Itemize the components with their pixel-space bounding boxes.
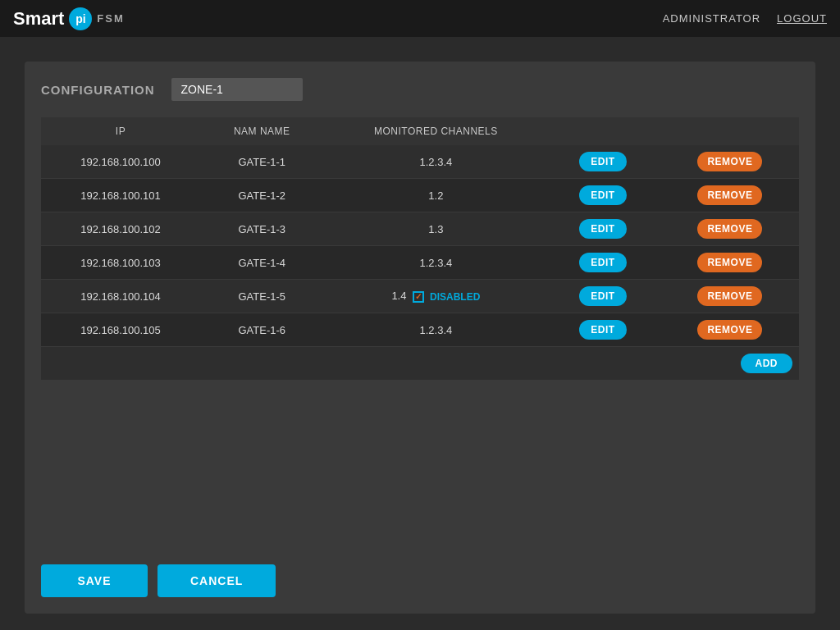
remove-button[interactable]: REMOVE (697, 185, 762, 205)
cell-channels: 1.2 (324, 179, 549, 212)
col-monitored-channels: MONITORED CHANNELS (324, 117, 549, 145)
disabled-checkbox-icon: ✓ (413, 291, 424, 303)
cell-channels: 1.4 ✓ DISABLED (324, 280, 549, 313)
cell-nam-name: GATE-1-4 (200, 246, 324, 280)
config-header-row: CONFIGURATION (41, 78, 799, 101)
table-row: 192.168.100.105GATE-1-61.2.3.4EDITREMOVE (41, 313, 799, 347)
cell-ip: 192.168.100.104 (41, 280, 200, 313)
data-table: IP NAM NAME MONITORED CHANNELS 192.168.1… (41, 117, 799, 381)
logo-pi-icon: pi (69, 7, 92, 30)
edit-button[interactable]: EDIT (579, 253, 626, 272)
bottom-buttons: SAVE CANCEL (41, 548, 799, 597)
table-row: 192.168.100.104GATE-1-51.4 ✓ DISABLEDEDI… (41, 280, 799, 313)
table-body: 192.168.100.100GATE-1-11.2.3.4EDITREMOVE… (41, 145, 799, 381)
config-card: CONFIGURATION IP NAM NAME MONITORED CHAN… (25, 62, 815, 614)
main-content: CONFIGURATION IP NAM NAME MONITORED CHAN… (0, 37, 840, 630)
cell-channels: 1.2.3.4 (324, 246, 549, 280)
disabled-badge: ✓ DISABLED (413, 291, 481, 303)
zone-input[interactable] (171, 78, 303, 101)
logout-link[interactable]: LOGOUT (777, 12, 827, 25)
cell-nam-name: GATE-1-5 (200, 280, 324, 313)
logo-smart-text: Smart (13, 8, 64, 30)
cell-nam-name: GATE-1-3 (200, 212, 324, 246)
edit-button[interactable]: EDIT (579, 152, 626, 171)
logo-area: Smart pi FSM (13, 7, 125, 30)
cancel-button[interactable]: CANCEL (158, 564, 276, 597)
remove-button[interactable]: REMOVE (697, 320, 762, 340)
add-button[interactable]: ADD (741, 354, 793, 373)
add-row: ADD (41, 347, 799, 381)
remove-button[interactable]: REMOVE (697, 219, 762, 239)
cell-edit: EDIT (548, 179, 658, 212)
cell-ip: 192.168.100.102 (41, 212, 200, 246)
cell-remove: REMOVE (658, 280, 799, 313)
edit-button[interactable]: EDIT (579, 320, 626, 340)
cell-remove: REMOVE (658, 145, 799, 179)
edit-button[interactable]: EDIT (579, 185, 626, 205)
edit-button[interactable]: EDIT (579, 286, 626, 306)
table-row: 192.168.100.102GATE-1-31.3EDITREMOVE (41, 212, 799, 246)
cell-channels: 1.2.3.4 (324, 145, 549, 179)
table-header-row: IP NAM NAME MONITORED CHANNELS (41, 117, 799, 145)
config-title: CONFIGURATION (41, 83, 155, 97)
header: Smart pi FSM ADMINISTRATOR LOGOUT (0, 0, 840, 37)
cell-edit: EDIT (548, 246, 658, 280)
admin-label: ADMINISTRATOR (663, 12, 760, 25)
col-actions-remove (658, 117, 799, 145)
cell-ip: 192.168.100.105 (41, 313, 200, 347)
header-right: ADMINISTRATOR LOGOUT (663, 12, 827, 25)
table-row: 192.168.100.103GATE-1-41.2.3.4EDITREMOVE (41, 246, 799, 280)
cell-ip: 192.168.100.101 (41, 179, 200, 212)
cell-remove: REMOVE (658, 179, 799, 212)
cell-channels: 1.2.3.4 (324, 313, 549, 347)
remove-button[interactable]: REMOVE (697, 152, 762, 171)
cell-edit: EDIT (548, 280, 658, 313)
cell-remove: REMOVE (658, 313, 799, 347)
table-row: 192.168.100.100GATE-1-11.2.3.4EDITREMOVE (41, 145, 799, 179)
logo-fsm-text: FSM (97, 12, 124, 25)
cell-edit: EDIT (548, 145, 658, 179)
cell-remove: REMOVE (658, 246, 799, 280)
cell-nam-name: GATE-1-1 (200, 145, 324, 179)
remove-button[interactable]: REMOVE (697, 253, 762, 272)
save-button[interactable]: SAVE (41, 564, 148, 597)
remove-button[interactable]: REMOVE (697, 286, 762, 306)
cell-ip: 192.168.100.103 (41, 246, 200, 280)
col-nam-name: NAM NAME (200, 117, 324, 145)
cell-ip: 192.168.100.100 (41, 145, 200, 179)
cell-edit: EDIT (548, 313, 658, 347)
cell-channels: 1.3 (324, 212, 549, 246)
cell-remove: REMOVE (658, 212, 799, 246)
edit-button[interactable]: EDIT (579, 219, 626, 239)
cell-edit: EDIT (548, 212, 658, 246)
col-ip: IP (41, 117, 200, 145)
cell-nam-name: GATE-1-2 (200, 179, 324, 212)
col-actions-edit (548, 117, 658, 145)
cell-nam-name: GATE-1-6 (200, 313, 324, 347)
table-row: 192.168.100.101GATE-1-21.2EDITREMOVE (41, 179, 799, 212)
